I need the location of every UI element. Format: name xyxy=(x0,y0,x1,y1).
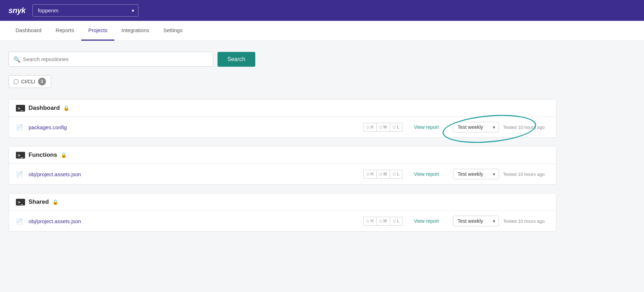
lock-icon: 🔒 xyxy=(63,105,69,111)
medium-count: 0 xyxy=(380,125,382,130)
high-label: H xyxy=(370,172,374,177)
search-button[interactable]: Search xyxy=(217,52,255,67)
severity-medium: 0 M xyxy=(376,170,390,179)
low-count: 0 xyxy=(393,219,395,224)
severity-high: 0 H xyxy=(363,170,376,179)
project-row: 📄 packages.config 0 H 0 M 0 L View repor… xyxy=(9,117,556,137)
secondary-nav: Dashboard Reports Projects Integrations … xyxy=(0,21,644,41)
search-input-wrapper: 🔍 xyxy=(8,52,213,67)
group-name: Functions xyxy=(29,151,57,159)
severity-low: 0 L xyxy=(390,170,403,179)
project-link[interactable]: obj/project.assets.json xyxy=(29,218,358,224)
group-name: Shared xyxy=(29,198,49,205)
tested-text: Tested 10 hours ago xyxy=(503,219,549,224)
severity-low: 0 L xyxy=(390,217,403,226)
medium-label: M xyxy=(383,219,387,224)
lock-icon: 🔒 xyxy=(52,199,58,205)
nav-reports[interactable]: Reports xyxy=(48,21,81,41)
nav-integrations[interactable]: Integrations xyxy=(114,21,156,41)
project-row-actions: Test dailyTest weeklyTest monthlyNever T… xyxy=(445,169,549,179)
project-row: 📄 obj/project.assets.json 0 H 0 M 0 L Vi… xyxy=(9,164,556,184)
severity-group: 0 H 0 M 0 L xyxy=(363,217,403,226)
high-label: H xyxy=(370,219,374,224)
frequency-select[interactable]: Test dailyTest weeklyTest monthlyNever xyxy=(453,169,499,179)
low-label: L xyxy=(397,172,399,177)
medium-label: M xyxy=(383,172,387,177)
view-report-link[interactable]: View report xyxy=(414,171,439,177)
low-label: L xyxy=(397,219,399,224)
ci-cli-badge: 3 xyxy=(38,78,46,85)
high-label: H xyxy=(370,125,374,130)
severity-low: 0 L xyxy=(390,123,403,132)
project-group: >_ Shared 🔒 📄 obj/project.assets.json 0 … xyxy=(8,193,556,232)
high-count: 0 xyxy=(366,125,369,130)
view-report-link[interactable]: View report xyxy=(414,124,439,130)
severity-group: 0 H 0 M 0 L xyxy=(363,123,403,132)
low-count: 0 xyxy=(393,125,395,130)
ci-cli-label: CI/CLI xyxy=(21,79,35,84)
severity-medium: 0 M xyxy=(376,217,390,226)
low-label: L xyxy=(397,125,399,130)
search-row: 🔍 Search xyxy=(8,52,556,67)
file-icon: 📄 xyxy=(16,171,23,178)
frequency-select[interactable]: Test dailyTest weeklyTest monthlyNever xyxy=(453,122,499,132)
terminal-icon: >_ xyxy=(16,152,25,159)
ci-cli-filter[interactable]: CI/CLI 3 xyxy=(8,75,51,88)
group-header: >_ Functions 🔒 xyxy=(9,147,556,164)
nav-settings[interactable]: Settings xyxy=(156,21,190,41)
medium-label: M xyxy=(383,125,387,130)
tested-text: Tested 10 hours ago xyxy=(503,172,549,177)
severity-group: 0 H 0 M 0 L xyxy=(363,170,403,179)
project-link[interactable]: packages.config xyxy=(29,124,358,130)
severity-high: 0 H xyxy=(363,123,376,132)
file-icon: 📄 xyxy=(16,218,23,225)
filter-row: CI/CLI 3 xyxy=(8,75,556,88)
high-count: 0 xyxy=(366,172,369,177)
search-icon: 🔍 xyxy=(13,56,20,62)
org-selector-wrapper[interactable]: foppenm xyxy=(32,4,138,17)
frequency-wrapper[interactable]: Test dailyTest weeklyTest monthlyNever xyxy=(453,122,499,132)
project-row-actions: Test dailyTest weeklyTest monthlyNever T… xyxy=(445,122,549,132)
group-header: >_ Shared 🔒 xyxy=(9,193,556,211)
ci-cli-checkbox[interactable] xyxy=(14,79,18,84)
file-icon: 📄 xyxy=(16,124,23,131)
main-content: 🔍 Search CI/CLI 3 >_ Dashboard 🔒 📄 packa… xyxy=(0,41,565,251)
terminal-icon: >_ xyxy=(16,105,25,112)
high-count: 0 xyxy=(366,219,369,224)
project-group: >_ Functions 🔒 📄 obj/project.assets.json… xyxy=(8,146,556,185)
view-report-link[interactable]: View report xyxy=(414,218,439,224)
project-row-actions: Test dailyTest weeklyTest monthlyNever T… xyxy=(445,216,549,226)
nav-projects[interactable]: Projects xyxy=(81,21,114,41)
project-row: 📄 obj/project.assets.json 0 H 0 M 0 L Vi… xyxy=(9,211,556,231)
terminal-icon: >_ xyxy=(16,199,25,205)
nav-dashboard[interactable]: Dashboard xyxy=(8,21,48,41)
project-group: >_ Dashboard 🔒 📄 packages.config 0 H 0 M… xyxy=(8,99,556,138)
lock-icon: 🔒 xyxy=(61,152,67,158)
frequency-wrapper[interactable]: Test dailyTest weeklyTest monthlyNever xyxy=(453,216,499,226)
tested-text: Tested 10 hours ago xyxy=(503,125,549,130)
low-count: 0 xyxy=(393,172,395,177)
logo: snyk xyxy=(8,6,25,15)
frequency-wrapper[interactable]: Test dailyTest weeklyTest monthlyNever xyxy=(453,169,499,179)
project-groups-container: >_ Dashboard 🔒 📄 packages.config 0 H 0 M… xyxy=(8,99,556,232)
severity-high: 0 H xyxy=(363,217,376,226)
group-header: >_ Dashboard 🔒 xyxy=(9,100,556,117)
org-selector[interactable]: foppenm xyxy=(32,4,138,17)
search-input[interactable] xyxy=(8,52,213,67)
medium-count: 0 xyxy=(380,172,382,177)
project-link[interactable]: obj/project.assets.json xyxy=(29,171,358,177)
frequency-select[interactable]: Test dailyTest weeklyTest monthlyNever xyxy=(453,216,499,226)
topbar: snyk foppenm xyxy=(0,0,644,21)
severity-medium: 0 M xyxy=(376,123,390,132)
medium-count: 0 xyxy=(380,219,382,224)
group-name: Dashboard xyxy=(29,105,60,112)
